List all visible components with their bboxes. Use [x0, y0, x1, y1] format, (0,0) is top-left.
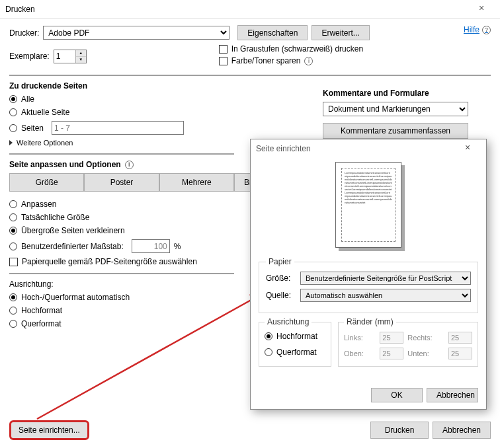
more-options-disclosure[interactable]: Weitere Optionen	[9, 139, 234, 147]
margin-right-input[interactable]	[448, 332, 472, 344]
margins-legend: Ränder (mm)	[344, 317, 396, 326]
page-setup-dialog: Seite einrichten × Loremipsumdolorsitame…	[250, 139, 487, 410]
paper-source-select[interactable]: Automatisch auswählen	[300, 289, 471, 302]
comments-section-title: Kommentare und Formulare	[323, 89, 489, 98]
copies-label: Exemplare:	[9, 52, 50, 61]
sub-portrait-radio[interactable]	[265, 332, 272, 340]
pages-range-input[interactable]	[52, 121, 184, 135]
sub-cancel-button[interactable]: Abbrechen	[427, 388, 478, 402]
size-button[interactable]: Größe	[9, 173, 84, 192]
sub-orientation-legend: Ausrichtung	[265, 317, 312, 326]
orientation-auto-label: Hoch-/Querformat automatisch	[21, 293, 130, 302]
fit-section-title: Seite anpassen und Optionen	[9, 160, 121, 169]
orientation-portrait-label: Hochformat	[21, 306, 62, 315]
sub-orientation-fieldset: Ausrichtung Hochformat Querformat	[259, 317, 331, 367]
savetoner-label: Farbe/Toner sparen	[231, 56, 301, 65]
source-by-pdf-label: Papierquelle gemäß PDF-Seitengröße auswä…	[22, 257, 197, 266]
margin-right-label: Rechts:	[407, 334, 444, 342]
more-options-label: Weitere Optionen	[17, 139, 73, 147]
paper-fieldset: Papier Größe: Benutzerdefinierte Seiteng…	[259, 257, 478, 313]
printer-label: Drucker:	[9, 28, 39, 38]
close-icon[interactable]: ×	[468, 3, 495, 16]
paper-size-label: Größe:	[266, 274, 300, 283]
sub-ok-button[interactable]: OK	[371, 388, 423, 402]
main-titlebar: Drucken ×	[0, 0, 500, 19]
savetoner-checkbox[interactable]	[219, 57, 228, 65]
subdialog-title: Seite einrichten	[256, 144, 311, 153]
radio-current-label: Aktuelle Seite	[21, 108, 69, 117]
source-by-pdf-checkbox[interactable]	[9, 258, 18, 266]
cancel-button[interactable]: Abbrechen	[433, 422, 491, 439]
orientation-auto[interactable]	[9, 293, 17, 301]
radio-all-label: Alle	[21, 94, 34, 104]
orientation-portrait[interactable]	[9, 307, 17, 315]
info-icon[interactable]: i	[304, 57, 313, 65]
chevron-right-icon	[9, 140, 13, 145]
paper-source-label: Quelle:	[266, 291, 300, 300]
copies-spinner[interactable]: ▲▼	[54, 50, 87, 63]
margin-bottom-input[interactable]	[448, 348, 472, 359]
radio-fit-label: Anpassen	[21, 200, 56, 209]
scale-input[interactable]	[132, 239, 170, 253]
page-preview: LoremipsumdolorsitametconsectetLoremipsu…	[335, 162, 401, 248]
print-button[interactable]: Drucken	[370, 422, 429, 439]
window-title: Drucken	[5, 5, 35, 14]
margin-left-label: Links:	[344, 334, 376, 342]
page-setup-button[interactable]: Seite einrichten...	[9, 420, 89, 440]
page-setup-label: Seite einrichten...	[19, 426, 80, 435]
spin-down-icon[interactable]: ▼	[76, 57, 86, 63]
advanced-button[interactable]: Erweitert...	[312, 25, 369, 40]
margin-bottom-label: Unten:	[407, 350, 444, 357]
margin-left-input[interactable]	[380, 332, 403, 344]
radio-actual-label: Tatsächliche Größe	[21, 213, 89, 222]
grayscale-checkbox[interactable]	[219, 45, 228, 54]
multiple-button[interactable]: Mehrere	[159, 173, 234, 192]
orientation-title: Ausrichtung:	[9, 280, 234, 289]
sub-landscape-label: Querformat	[276, 348, 317, 357]
poster-button[interactable]: Poster	[84, 173, 159, 192]
margin-top-input[interactable]	[380, 348, 403, 359]
orientation-landscape-label: Querformat	[21, 319, 62, 328]
scale-unit: %	[174, 242, 181, 251]
radio-current[interactable]	[9, 108, 17, 116]
sub-portrait-label: Hochformat	[276, 332, 317, 341]
pages-section-title: Zu druckende Seiten	[9, 81, 234, 91]
paper-legend: Papier	[266, 257, 294, 266]
margins-fieldset: Ränder (mm) Links: Rechts: Oben: Unten:	[338, 317, 478, 367]
radio-shrink-label: Übergroße Seiten verkleinern	[21, 226, 125, 235]
radio-fit[interactable]	[9, 200, 17, 208]
grayscale-label: In Graustufen (schwarzweiß) drucken	[231, 44, 363, 54]
subdialog-close-icon[interactable]: ×	[454, 142, 481, 155]
radio-range-label: Seiten	[21, 124, 52, 133]
printer-select[interactable]: Adobe PDF	[43, 26, 229, 40]
radio-shrink[interactable]	[9, 227, 17, 235]
orientation-landscape[interactable]	[9, 320, 17, 328]
info-icon[interactable]: i	[125, 161, 134, 169]
spin-up-icon[interactable]: ▲	[76, 50, 86, 57]
radio-custom-scale-label: Benutzerdefinierter Maßstab:	[21, 242, 124, 251]
radio-actual[interactable]	[9, 213, 17, 221]
paper-size-select[interactable]: Benutzerdefinierte Seitengröße für PostS…	[300, 272, 471, 285]
copies-input[interactable]	[54, 50, 75, 63]
radio-custom-scale[interactable]	[9, 243, 17, 250]
properties-button[interactable]: Eigenschaften	[237, 25, 308, 40]
summarize-comments-button[interactable]: Kommentare zusammenfassen	[323, 123, 468, 139]
radio-all[interactable]	[9, 95, 17, 103]
radio-range[interactable]	[9, 124, 17, 132]
sub-landscape-radio[interactable]	[265, 348, 272, 356]
margin-top-label: Oben:	[344, 350, 376, 357]
comments-select[interactable]: Dokument und Markierungen	[323, 102, 468, 116]
page-preview-content: LoremipsumdolorsitametconsectetLoremipsu…	[341, 168, 396, 242]
